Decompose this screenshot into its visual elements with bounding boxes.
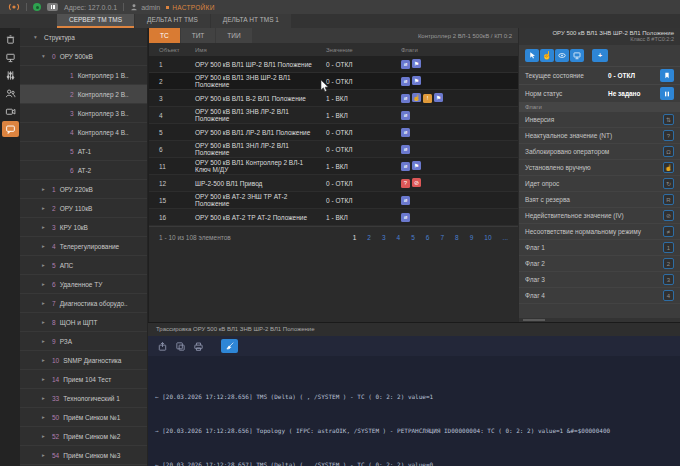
tree-item[interactable]: 1 Контроллер 1 В..: [20, 66, 147, 85]
flags-section-header: Флаги: [519, 102, 680, 112]
connection-status-button[interactable]: [33, 3, 41, 11]
pause-button[interactable]: [47, 3, 58, 11]
tree-item[interactable]: ▸ 7 Диагностика оборудо..: [20, 294, 147, 313]
signal-type-tab[interactable]: ТИИ: [216, 28, 251, 43]
app-tab[interactable]: СЕРВЕР ТМ TMS: [57, 14, 134, 28]
app-tab[interactable]: ДЕЛЬТА НТ TMS 1: [211, 14, 291, 28]
tree-item[interactable]: ▸ 52 Приём Синком №2: [20, 427, 147, 446]
table-row[interactable]: 1 ОРУ 500 кВ ВЛ1 ШР-2 ВЛ1 Положение 0 - …: [149, 56, 518, 73]
tree-item[interactable]: ▸ 14 Прием 104 Тест: [20, 370, 147, 389]
table-row[interactable]: 2 ОРУ 500 кВ ВЛ1 ЗНВ ШР-2 ВЛ1 Положение …: [149, 73, 518, 90]
chevron-icon: ▸: [42, 338, 48, 344]
clear-log-button[interactable]: [221, 339, 238, 353]
tree-item[interactable]: 2 Контроллер 2 В..: [20, 85, 147, 104]
row-value: 1 - ВКЛ: [326, 163, 401, 170]
cursor-select-button[interactable]: [525, 49, 539, 62]
tree-item[interactable]: ▸ 5 АПС: [20, 256, 147, 275]
settings-button[interactable]: НАСТРОЙКИ: [166, 4, 214, 11]
flag-label: Флаг 4: [525, 292, 545, 299]
page-button[interactable]: 3: [382, 234, 386, 241]
archive-icon[interactable]: [2, 31, 19, 47]
tree-item[interactable]: 4 Контроллер 4 В..: [20, 123, 147, 142]
tree-item[interactable]: ▸ 2 ОРУ 110кВ: [20, 199, 147, 218]
table-row[interactable]: 12 ШР-2-500 ВЛ1 Привод 0 - ОТКЛ ?⊘: [149, 175, 518, 192]
export-button[interactable]: [157, 341, 168, 352]
tree-item[interactable]: ▸ 8 ЩОН и ЩПТ: [20, 313, 147, 332]
tree-item-number: 6: [70, 167, 74, 174]
page-button[interactable]: 1: [353, 234, 357, 241]
app-tab[interactable]: ДЕЛЬТА НТ TMS: [135, 14, 210, 28]
camera-icon[interactable]: [2, 103, 19, 119]
tree-item[interactable]: ▸ 3 КРУ 10кВ: [20, 218, 147, 237]
page-button[interactable]: 10: [484, 234, 491, 241]
table-row[interactable]: 4 ОРУ 500 кВ ВЛ1 ЗНВ ЛР-2 ВЛ1 Положение …: [149, 107, 518, 124]
flag-toggle-button[interactable]: 2: [663, 258, 674, 269]
tree-item-number: 2: [70, 91, 74, 98]
page-button[interactable]: 7: [440, 234, 444, 241]
tree-item-label: SNMP Диагностика: [63, 357, 121, 364]
table-row[interactable]: 5 ОРУ 500 кВ ВЛ1 ЛР-2 ВЛ1 Положение 0 - …: [149, 124, 518, 141]
flag-toggle-button[interactable]: 4: [663, 290, 674, 301]
flag-toggle-button[interactable]: ≠: [663, 226, 674, 237]
flag-toggle-button[interactable]: 3: [663, 274, 674, 285]
tree-item[interactable]: ▸ 10 SNMP Диагностика: [20, 351, 147, 370]
table-row[interactable]: 11 ОРУ 500 кВ ВЛ1 Контроллер 2 ВЛ-1 Ключ…: [149, 158, 518, 175]
user-menu[interactable]: admin: [130, 3, 160, 11]
chat-icon[interactable]: [2, 121, 19, 137]
row-value: 1 - ВКЛ: [326, 95, 401, 102]
bookmark-button[interactable]: [660, 69, 674, 82]
trace-toolbar: [148, 336, 680, 356]
tree-item[interactable]: ▸ 4 Телерегулирование: [20, 237, 147, 256]
table-row[interactable]: 16 ОРУ 500 кВ АТ-2 ТР АТ-2 Положение 1 -…: [149, 209, 518, 226]
flag-toggle-button[interactable]: ⇅: [663, 114, 674, 125]
signal-type-tab[interactable]: ТС: [149, 28, 180, 43]
page-button[interactable]: 8: [455, 234, 459, 241]
flag-toggle-button[interactable]: 1: [663, 242, 674, 253]
page-button[interactable]: 6: [426, 234, 430, 241]
monitor-icon[interactable]: [2, 49, 19, 65]
users-icon[interactable]: [2, 85, 19, 101]
add-button[interactable]: +: [592, 49, 608, 62]
print-button[interactable]: [193, 341, 204, 352]
page-button[interactable]: ...: [503, 234, 508, 241]
quality-flag-icon: ø: [401, 213, 410, 222]
flag-toggle-button[interactable]: Ω: [663, 146, 674, 157]
tree-item[interactable]: 5 АТ-1: [20, 142, 147, 161]
tree-item[interactable]: 3 Контроллер 3 В..: [20, 104, 147, 123]
tree-item-label: АТ-2: [78, 167, 92, 174]
page-button[interactable]: 2: [367, 234, 371, 241]
hand-control-button[interactable]: ☝: [540, 49, 554, 62]
flag-toggle-button[interactable]: ☝: [663, 162, 674, 173]
flag-toggle-button[interactable]: ↻: [663, 178, 674, 189]
details-filler: [519, 304, 680, 318]
page-button[interactable]: 9: [470, 234, 474, 241]
monitor-view-button[interactable]: [570, 49, 584, 62]
tree-item[interactable]: ▸ 33 Технологический 1: [20, 389, 147, 408]
tree-item[interactable]: ▸ 6 Удаленное ТУ: [20, 275, 147, 294]
norm-pause-button[interactable]: [660, 87, 674, 100]
page-button[interactable]: 5: [411, 234, 415, 241]
page-button[interactable]: 4: [397, 234, 401, 241]
table-row[interactable]: 3 ОРУ 500 кВ ВЛ1 В-2 ВЛ1 Положение 1 - В…: [149, 90, 518, 107]
tree-item[interactable]: ▸ 50 Приём Синком №1: [20, 408, 147, 427]
top-bar: Адрес: 127.0.0.1 admin НАСТРОЙКИ: [0, 0, 680, 14]
tree-item[interactable]: ▸ 9 РЗА: [20, 332, 147, 351]
flag-toggle-button[interactable]: ⊘: [663, 210, 674, 221]
tree-root[interactable]: ▾ Структура: [20, 28, 147, 47]
tree-item[interactable]: ▸ 1 ОРУ 220кВ: [20, 180, 147, 199]
tree-item[interactable]: ▾ 0 ОРУ 500кВ: [20, 47, 147, 66]
table-row[interactable]: 15 ОРУ 500 кВ АТ-2 ЗНШ ТР АТ-2 Положение…: [149, 192, 518, 209]
tune-icon[interactable]: [2, 67, 19, 83]
row-name: ОРУ 500 кВ ВЛ1 ЛР-2 ВЛ1 Положение: [195, 129, 326, 136]
tree-item[interactable]: ▸ 54 Приём Синком №3: [20, 446, 147, 465]
flag-row: Флаг 2 2: [519, 256, 680, 272]
chevron-icon: ▸: [42, 186, 48, 192]
table-row[interactable]: 6 ОРУ 500 кВ ВЛ1 ЗНЛ ЛР-2 ВЛ1 Положение …: [149, 141, 518, 158]
flag-toggle-button[interactable]: ?: [663, 130, 674, 141]
copy-button[interactable]: [175, 341, 186, 352]
eye-view-button[interactable]: [555, 49, 569, 62]
signal-type-tab[interactable]: ТИТ: [181, 28, 216, 43]
tree-item[interactable]: 6 АТ-2: [20, 161, 147, 180]
flag-toggle-button[interactable]: R: [663, 194, 674, 205]
settings-label: НАСТРОЙКИ: [172, 4, 214, 11]
